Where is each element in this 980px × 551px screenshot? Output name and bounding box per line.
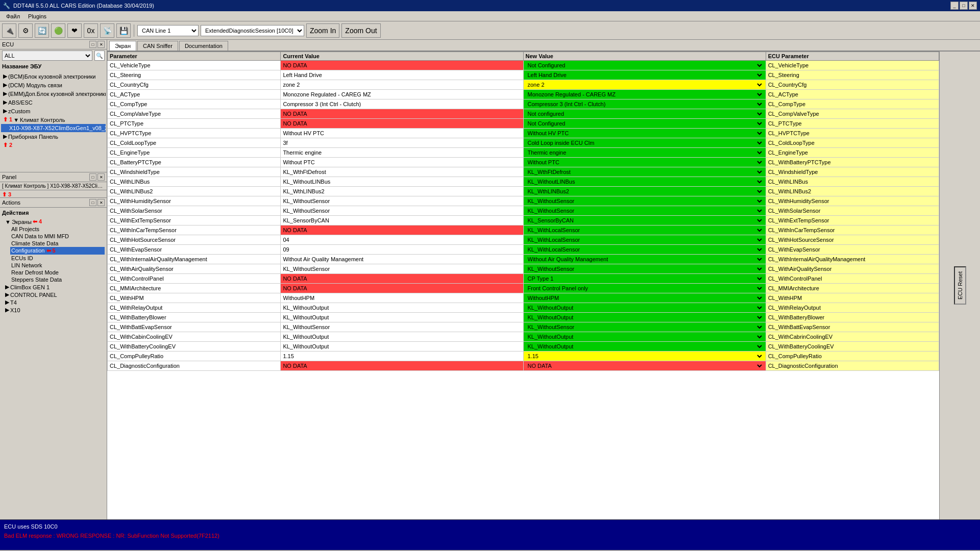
actions-item-lin[interactable]: LIN Network	[10, 262, 105, 269]
panel-close-button-2[interactable]: ✕	[97, 173, 105, 181]
new-value-cell[interactable]: KL_WithoutOutput	[523, 313, 766, 322]
tree-item-abs[interactable]: ▶ ABS/ESC	[1, 98, 106, 107]
value-select[interactable]: NO DATA	[526, 362, 764, 370]
value-select[interactable]: KL_WithLocalSensor	[526, 236, 764, 244]
new-value-cell[interactable]: KL_SensorByCAN	[523, 216, 766, 226]
toolbar-btn-1[interactable]: 🔌	[2, 23, 16, 38]
actions-section-control-panel[interactable]: ▶ CONTROL PANEL	[4, 291, 105, 298]
value-select[interactable]: KL_WthFtDefrost	[526, 168, 764, 176]
search-button[interactable]: 🔍	[94, 51, 105, 61]
toolbar-btn-4[interactable]: 🟢	[51, 23, 65, 38]
actions-item-steppers[interactable]: Steppers State Data	[10, 276, 105, 283]
ecu-filter-select[interactable]: ALL	[2, 51, 92, 61]
new-value-cell[interactable]: Front Control Panel only	[523, 284, 766, 293]
new-value-cell[interactable]: CP Type 1	[523, 274, 766, 284]
new-value-cell[interactable]: Not Configured	[523, 61, 766, 70]
value-select[interactable]: KL_WithoutOutput	[526, 304, 764, 312]
actions-item-can-data[interactable]: CAN Data to MMI MFD	[10, 233, 105, 240]
tab-can-sniffer[interactable]: CAN Sniffer	[137, 41, 178, 51]
value-select[interactable]: Monozone Regulated - CAREG MZ	[526, 90, 764, 98]
new-value-cell[interactable]: KL_WithLocalSensor	[523, 226, 766, 235]
ecu-reset-button[interactable]: ECU Reset	[954, 266, 966, 305]
toolbar-btn-8[interactable]: 💾	[116, 23, 131, 38]
panel-close-button-3[interactable]: ✕	[97, 199, 105, 206]
value-select[interactable]: KL_WithoutOutput	[526, 313, 764, 321]
tab-documentation[interactable]: Documentation	[179, 41, 228, 51]
tab-ekran[interactable]: Экран	[109, 41, 136, 51]
new-value-cell[interactable]: NO DATA	[523, 361, 766, 371]
new-value-cell[interactable]: Not configured	[523, 109, 766, 119]
actions-item-climate-state[interactable]: Climate State Data	[10, 240, 105, 247]
menu-plugins[interactable]: Plugins	[24, 12, 51, 20]
actions-item-rear[interactable]: Rear Defrost Mode	[10, 269, 105, 276]
tree-item-bcm[interactable]: ▶ (BCM)Блок кузовной электроники	[1, 72, 106, 81]
actions-section-climbox[interactable]: ▶ ClimBox GEN 1	[4, 283, 105, 291]
tree-item-emm[interactable]: ▶ (EMM)Доп.Блок кузовной электроники	[1, 89, 106, 98]
new-value-cell[interactable]: KL_WthFtDefrost	[523, 167, 766, 177]
value-select[interactable]: Front Control Panel only	[526, 284, 764, 292]
value-select[interactable]: Thermic engine	[526, 148, 764, 157]
value-select[interactable]: KL_WithoutSensor	[526, 323, 764, 331]
toolbar-btn-6[interactable]: 0x	[84, 23, 98, 38]
zoom-out-button[interactable]: Zoom Out	[341, 23, 380, 38]
actions-section-t4[interactable]: ▶ T4	[4, 298, 105, 306]
value-select[interactable]: KL_WithoutOutput	[526, 333, 764, 341]
tree-item-climbox[interactable]: X10-X98-X87-X52ClimBoxGen1_v08_3	[1, 124, 106, 132]
value-select[interactable]: Left Hand Drive	[526, 71, 764, 79]
close-button[interactable]: ✕	[969, 2, 977, 10]
new-value-cell[interactable]: Monozone Regulated - CAREG MZ	[523, 90, 766, 99]
new-value-cell[interactable]: KL_WithoutOutput	[523, 332, 766, 342]
tree-item-zcustom[interactable]: ▶ zCustom	[1, 107, 106, 115]
tree-item-dcm[interactable]: ▶ (DCM) Модуль связи	[1, 81, 106, 89]
actions-item-all-projects[interactable]: All Projects	[10, 226, 105, 233]
value-select[interactable]: Compressor 3 (Int Ctrl - Clutch)	[526, 100, 764, 108]
new-value-cell[interactable]: KL_WithoutOutput	[523, 342, 766, 352]
new-value-cell[interactable]: Without HV PTC	[523, 129, 766, 138]
actions-section-x10[interactable]: ▶ X10	[4, 306, 105, 314]
new-value-cell[interactable]: KL_WithoutSensor	[523, 196, 766, 206]
new-value-cell[interactable]: Without PTC	[523, 158, 766, 167]
new-value-cell[interactable]: KL_WithoutSensor	[523, 322, 766, 332]
value-select[interactable]: Without Air Quality Management	[526, 255, 764, 263]
new-value-cell[interactable]: KL_WithoutLINBus	[523, 177, 766, 187]
panel-restore-button-2[interactable]: □	[89, 173, 96, 181]
new-value-cell[interactable]: Without Air Quality Management	[523, 255, 766, 264]
actions-item-ecus-id[interactable]: ECUs ID	[10, 255, 105, 262]
actions-item-configuration[interactable]: Configuration ⬅ 5	[10, 247, 105, 255]
value-select[interactable]: WithoutHPM	[526, 294, 764, 302]
can-line-select[interactable]: CAN Line 1	[137, 25, 199, 36]
value-select[interactable]: Without HV PTC	[526, 129, 764, 137]
value-select[interactable]: KL_WithLocalSensor	[526, 245, 764, 254]
value-select[interactable]: 1.15	[526, 352, 764, 360]
actions-section-ecrans[interactable]: ▼ Экраны ⬅ 4	[4, 218, 105, 226]
panel-restore-button-3[interactable]: □	[89, 199, 96, 206]
new-value-cell[interactable]: KL_WithoutSensor	[523, 264, 766, 274]
panel-restore-button[interactable]: □	[89, 41, 96, 48]
session-select[interactable]: ExtendedDiagnosticSession [10C0]	[201, 25, 304, 36]
value-select[interactable]: KL_WithoutSensor	[526, 197, 764, 205]
new-value-cell[interactable]: KL_WithLocalSensor	[523, 235, 766, 245]
toolbar-btn-3[interactable]: 🔄	[35, 23, 49, 38]
new-value-cell[interactable]: KL_WithoutOutput	[523, 303, 766, 313]
value-select[interactable]: zone 2	[526, 81, 764, 89]
new-value-cell[interactable]: Left Hand Drive	[523, 70, 766, 80]
panel-close-button[interactable]: ✕	[97, 41, 105, 48]
value-select[interactable]: Not Configured	[526, 61, 764, 69]
value-select[interactable]: KL_WthLINBus2	[526, 187, 764, 195]
value-select[interactable]: Not Configured	[526, 119, 764, 128]
toolbar-btn-5[interactable]: ❤	[67, 23, 82, 38]
new-value-cell[interactable]: zone 2	[523, 80, 766, 90]
menu-file[interactable]: Файл	[2, 12, 24, 20]
zoom-in-button[interactable]: Zoom In	[306, 23, 339, 38]
toolbar-btn-7[interactable]: 📡	[100, 23, 114, 38]
value-select[interactable]: Cold Loop inside ECU Clm	[526, 139, 764, 147]
new-value-cell[interactable]: Not Configured	[523, 119, 766, 129]
new-value-cell[interactable]: Compressor 3 (Int Ctrl - Clutch)	[523, 99, 766, 109]
value-select[interactable]: KL_WithoutLINBus	[526, 178, 764, 186]
value-select[interactable]: KL_WithoutSensor	[526, 265, 764, 273]
new-value-cell[interactable]: KL_WithLocalSensor	[523, 245, 766, 255]
value-select[interactable]: KL_WithoutOutput	[526, 342, 764, 350]
toolbar-btn-2[interactable]: ⚙	[18, 23, 33, 38]
value-select[interactable]: KL_SensorByCAN	[526, 216, 764, 224]
value-select[interactable]: KL_WithoutSensor	[526, 207, 764, 215]
